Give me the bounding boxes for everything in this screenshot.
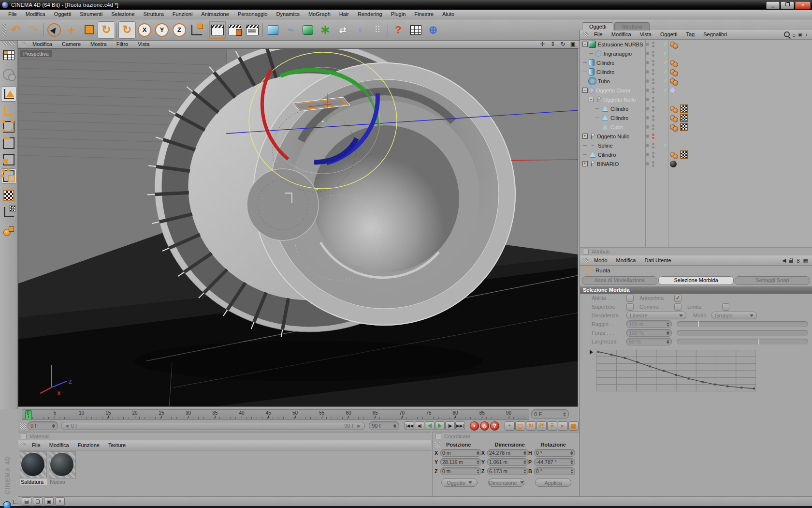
forza-field[interactable]: 100 % [626, 329, 672, 337]
range-slider[interactable]: ◄ 0 F90 F ► [61, 422, 365, 430]
editor-dot-icon[interactable] [646, 98, 649, 101]
dot-top-icon[interactable] [652, 69, 654, 72]
dimension-x-input[interactable]: 24.278 m [487, 449, 528, 457]
editor-dot-icon[interactable] [646, 125, 649, 129]
decadenza-dropdown[interactable]: Lineare [626, 312, 686, 319]
add-symmetry-button[interactable]: ⇄ [334, 21, 351, 39]
om-menu-tag[interactable]: Tag [682, 30, 699, 39]
close-button[interactable]: × [795, 1, 811, 9]
materials-menu-texture[interactable]: Texture [104, 441, 130, 450]
maximize-window-button[interactable]: ▣ [44, 497, 54, 506]
spinner-arrows-icon[interactable] [563, 412, 566, 417]
dot-bottom-icon[interactable] [652, 73, 654, 75]
dot-bottom-icon[interactable] [652, 100, 654, 103]
lock-x-button[interactable]: X [136, 21, 153, 39]
anteprima-checkbox[interactable] [674, 295, 682, 302]
next-key-button[interactable]: |▶ [445, 421, 455, 430]
record-pla-toggle[interactable]: ⠿ [547, 421, 557, 431]
tree-row-oggetto-clona[interactable]: −Oggetto Clona✓ [580, 86, 812, 95]
add-particles-button[interactable]: ⠿ [369, 21, 386, 39]
add-nurbs-button[interactable] [299, 21, 317, 39]
menu-finestre[interactable]: Finestre [410, 10, 438, 19]
add-deformer-button[interactable]: ◗ [351, 21, 369, 39]
tree-row-cilindro[interactable]: Cilindro [580, 113, 812, 122]
tree-row-ingranaggio[interactable]: Ingranaggio✓ [580, 49, 812, 58]
doc-window-button[interactable]: ▤ [22, 497, 31, 506]
editor-dot-icon[interactable] [646, 144, 649, 147]
modo-dropdown[interactable]: Gruppo [711, 312, 757, 319]
texture-tag-icon[interactable] [680, 123, 688, 131]
larghezza-field[interactable]: 50 % [626, 338, 672, 345]
search-icon[interactable] [784, 31, 790, 38]
position-y-input[interactable]: 28.116 m [440, 458, 481, 466]
editor-dot-icon[interactable] [646, 134, 649, 138]
dot-bottom-icon[interactable] [652, 164, 654, 167]
record-keyframe-button[interactable]: • [470, 421, 479, 431]
tree-row-cubo[interactable]: Cubo [580, 122, 812, 132]
clone-tag-icon[interactable] [669, 87, 677, 94]
spinner-arrows-icon[interactable] [52, 424, 55, 428]
spinner-arrows-icon[interactable] [393, 424, 396, 428]
menu-dynamics[interactable]: Dynamics [272, 10, 304, 19]
visibility-dots[interactable] [646, 152, 662, 158]
position-x-input[interactable]: 0 m [440, 449, 481, 457]
dimension-z-input[interactable]: 6.173 m [487, 467, 528, 475]
go-start-button[interactable]: |◀◀ [405, 421, 414, 430]
pan-view-icon[interactable]: ✛ [539, 41, 546, 48]
menu-struttura[interactable]: Struttura [139, 10, 168, 19]
tree-row-cilindro[interactable]: Cilindro [580, 150, 812, 159]
menu-file[interactable]: File [4, 10, 21, 19]
point-mode-button[interactable] [1, 119, 16, 134]
menu-aiuto[interactable]: Aiuto [438, 10, 459, 19]
render-dots[interactable] [652, 124, 654, 130]
undo-button[interactable]: ↶ [7, 21, 25, 39]
spinner-arrows-icon[interactable] [477, 469, 479, 474]
minimize-button[interactable]: ▁ [766, 1, 780, 9]
spinner-arrows-icon[interactable] [523, 469, 526, 474]
lock-icon[interactable] [789, 260, 793, 263]
spinner-arrows-icon[interactable] [523, 451, 526, 455]
raggio-slider[interactable] [677, 321, 808, 327]
selection-filter-button[interactable] [1, 224, 16, 239]
viewport-label[interactable]: Prospettiva [20, 50, 52, 57]
render-dots[interactable] [652, 152, 654, 158]
keyframe-selection-toggle[interactable]: ▸ [558, 421, 568, 431]
dot-top-icon[interactable] [652, 78, 654, 81]
render-dots[interactable] [652, 69, 654, 75]
tree-row-cilindro[interactable]: Cilindro✓ [580, 58, 812, 67]
spinner-arrows-icon[interactable] [523, 460, 526, 464]
spheres-tag-icon[interactable] [670, 106, 679, 112]
menu-rendering[interactable]: Rendering [353, 10, 387, 19]
raggio-field[interactable]: 100 m [626, 320, 672, 328]
enabled-check-icon[interactable]: ✓ [663, 60, 667, 66]
visibility-dots[interactable] [646, 124, 662, 130]
oggetto-dropdown[interactable]: Oggetto [441, 478, 478, 487]
tree-row-estrusione-nurbs[interactable]: −Estrusione NURBS✓ [580, 40, 812, 49]
menu-funzioni[interactable]: Funzioni [168, 10, 197, 19]
ruler-end-frame-field[interactable]: 0 F [531, 409, 569, 419]
dot-top-icon[interactable] [652, 97, 654, 99]
menu-selezione[interactable]: Selezione [107, 10, 139, 19]
tree-toggle[interactable]: − [582, 42, 588, 47]
enabled-check-icon[interactable]: ✓ [663, 69, 667, 75]
rotate-view-icon[interactable]: ↻ [559, 41, 566, 48]
editor-dot-icon[interactable] [646, 89, 649, 92]
tree-toggle[interactable]: − [588, 97, 594, 103]
spheres-tag-icon[interactable] [670, 115, 679, 121]
move-button[interactable]: + [63, 21, 80, 39]
texture-tag-icon[interactable] [680, 150, 688, 159]
attr-tab-selezione-morbida[interactable]: Selezione Morbida [658, 276, 734, 285]
visibility-dots[interactable] [646, 106, 662, 112]
attr-menu-dati-utente[interactable]: Dati Utente [640, 256, 676, 265]
visibility-dots[interactable] [646, 69, 662, 75]
enabled-check-icon[interactable]: ✓ [663, 78, 667, 84]
dot-bottom-icon[interactable] [652, 54, 654, 57]
slider-handle[interactable] [758, 339, 759, 344]
spheres-tag-icon[interactable] [670, 124, 679, 130]
tree-toggle[interactable]: − [582, 88, 588, 93]
dot-bottom-icon[interactable] [652, 91, 654, 93]
render-dots[interactable] [652, 106, 654, 112]
materials-menu-funzione[interactable]: Funzione [73, 441, 104, 450]
toggle-views-icon[interactable]: ▣ [569, 41, 577, 48]
make-editable-button[interactable] [1, 47, 16, 63]
